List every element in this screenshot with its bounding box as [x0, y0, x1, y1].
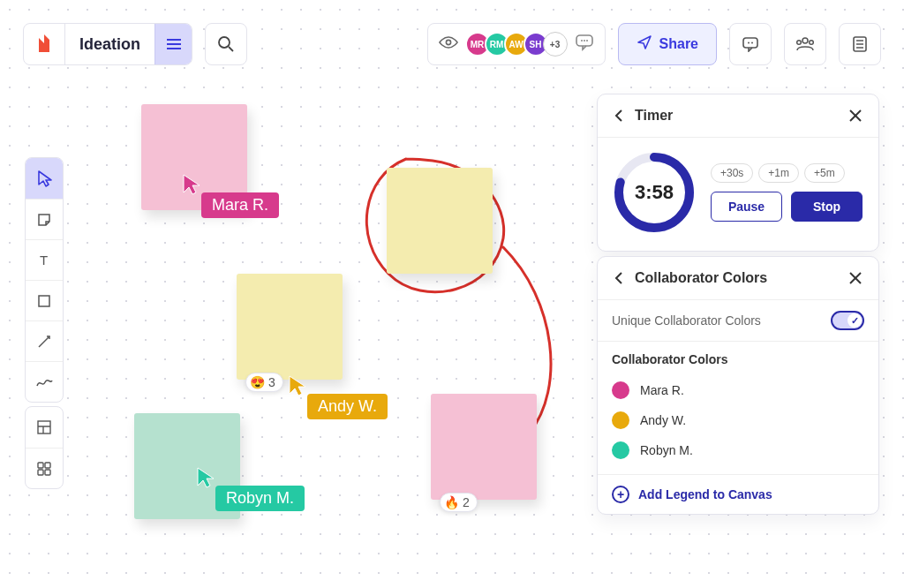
color-swatch	[612, 441, 629, 459]
timer-panel: Timer 3:58 +30s +1m +5m Pause Stop	[597, 94, 879, 252]
svg-rect-21	[39, 296, 49, 306]
svg-rect-23	[38, 421, 50, 433]
app-logo[interactable]	[24, 24, 64, 64]
svg-rect-26	[38, 463, 43, 468]
collab-title: Collaborator Colors	[635, 270, 838, 286]
share-button[interactable]: Share	[618, 23, 717, 65]
notes-button[interactable]	[839, 23, 881, 65]
chat-button[interactable]	[729, 23, 772, 65]
sticky-note[interactable]: 😍 3	[237, 274, 343, 380]
timer-add-chip[interactable]: +30s	[711, 163, 753, 183]
fire-icon: 🔥	[444, 495, 459, 509]
timer-ring: 3:58	[614, 152, 695, 233]
share-label: Share	[659, 36, 698, 52]
timer-value: 3:58	[614, 152, 695, 233]
svg-line-4	[229, 47, 233, 51]
reaction-badge[interactable]: 🔥 2	[440, 493, 478, 512]
components-tool[interactable]	[26, 448, 63, 488]
svg-point-5	[446, 40, 450, 44]
layout-toolbar	[25, 406, 64, 489]
sticky-note[interactable]: 🔥 2	[431, 394, 537, 500]
people-button[interactable]	[784, 23, 826, 65]
collaborator-colors-panel: Collaborator Colors Unique Collaborator …	[597, 256, 879, 515]
svg-rect-28	[38, 470, 43, 475]
close-icon[interactable]	[845, 105, 866, 126]
document-title[interactable]: Ideation	[64, 24, 154, 64]
collab-item[interactable]: Andy W.	[612, 405, 864, 435]
panel-back-button[interactable]	[610, 269, 628, 287]
sticky-note[interactable]	[387, 168, 493, 274]
presence-avatars[interactable]: MR RM AW SH +3	[465, 32, 568, 57]
unique-colors-label: Unique Collaborator Colors	[612, 313, 761, 328]
svg-point-3	[219, 37, 230, 48]
svg-point-12	[751, 42, 753, 44]
comments-icon[interactable]	[575, 34, 594, 55]
svg-text:T: T	[40, 253, 48, 268]
reaction-count: 2	[463, 495, 470, 509]
top-bar: Ideation MR RM AW SH +3 Share	[23, 23, 881, 65]
unique-colors-toggle[interactable]: ✓	[831, 311, 864, 330]
add-legend-button[interactable]: + Add Legend to Canvas	[598, 474, 878, 514]
collab-list-title: Collaborator Colors	[598, 342, 878, 372]
pause-button[interactable]: Pause	[711, 192, 782, 222]
timer-add-chip[interactable]: +1m	[758, 163, 799, 183]
close-icon[interactable]	[845, 268, 866, 289]
timer-add-chip[interactable]: +5m	[804, 163, 845, 183]
reaction-badge[interactable]: 😍 3	[245, 373, 283, 392]
line-tool[interactable]	[26, 320, 63, 361]
svg-point-8	[584, 40, 585, 41]
svg-point-15	[810, 41, 814, 45]
sticky-tool[interactable]	[26, 199, 63, 239]
svg-rect-10	[743, 38, 757, 48]
sticky-note[interactable]	[141, 104, 247, 210]
frame-tool[interactable]	[26, 407, 63, 448]
timer-title: Timer	[635, 108, 838, 124]
send-icon	[637, 34, 652, 54]
reaction-count: 3	[268, 375, 275, 389]
visibility-icon[interactable]	[439, 35, 458, 53]
svg-point-11	[748, 42, 750, 44]
avatar-overflow[interactable]: +3	[543, 32, 568, 57]
document-menu-button[interactable]	[154, 24, 192, 64]
collab-item[interactable]: Robyn M.	[612, 435, 864, 465]
text-tool[interactable]: T	[26, 239, 63, 280]
svg-point-14	[797, 41, 802, 45]
color-swatch	[612, 411, 629, 429]
svg-rect-27	[45, 463, 50, 468]
panel-back-button[interactable]	[610, 107, 628, 124]
search-button[interactable]	[205, 23, 247, 65]
svg-point-13	[802, 38, 808, 43]
svg-point-9	[586, 40, 588, 41]
collab-list: Mara R. Andy W. Robyn M.	[598, 372, 878, 474]
shape-tool[interactable]	[26, 280, 63, 320]
sticky-note[interactable]	[134, 413, 240, 519]
plus-icon: +	[612, 486, 629, 503]
stop-button[interactable]: Stop	[791, 192, 863, 222]
svg-rect-29	[45, 470, 50, 475]
svg-line-22	[39, 336, 49, 347]
draw-tool[interactable]	[26, 361, 63, 402]
document-switcher: Ideation	[23, 23, 192, 65]
tools-toolbar: T	[25, 157, 64, 403]
svg-point-7	[581, 40, 583, 41]
collab-item[interactable]: Mara R.	[612, 375, 864, 405]
presence-cluster: MR RM AW SH +3	[427, 23, 606, 65]
color-swatch	[612, 381, 629, 399]
select-tool[interactable]	[26, 158, 63, 199]
heart-eyes-icon: 😍	[250, 375, 265, 389]
